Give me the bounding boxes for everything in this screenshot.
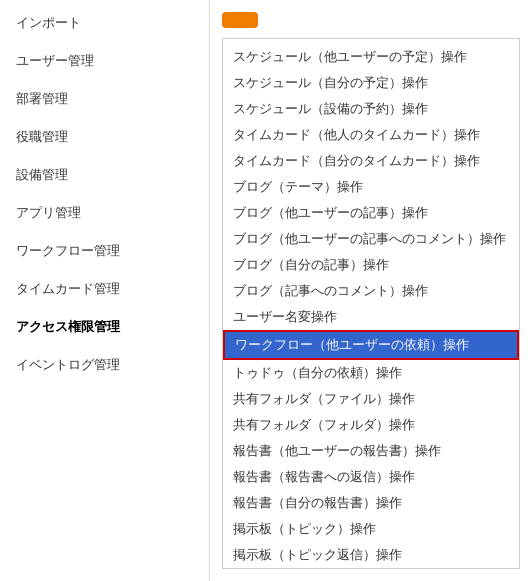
sidebar-item-user-management[interactable]: ユーザー管理 [0,42,209,80]
sidebar-item-role-management[interactable]: 役職管理 [0,118,209,156]
permission-item-bulletin-topic-reply[interactable]: 掲示板（トピック返信）操作 [223,542,519,568]
permission-item-blog-theme[interactable]: ブログ（テーマ）操作 [223,174,519,200]
sidebar-item-access-control[interactable]: アクセス権限管理 [0,308,209,346]
permission-item-report-self[interactable]: 報告書（自分の報告書）操作 [223,490,519,516]
permission-item-blog-comments[interactable]: ブログ（記事へのコメント）操作 [223,278,519,304]
permissions-list[interactable]: ✓ すべての操作ToDo（カテゴリ）操作ToDo（他ユーザーのToDo）操作To… [222,38,520,569]
permission-item-report-other-users[interactable]: 報告書（他ユーザーの報告書）操作 [223,438,519,464]
sidebar-item-department-management[interactable]: 部署管理 [0,80,209,118]
permission-item-shared-folder-folders[interactable]: 共有フォルダ（フォルダ）操作 [223,412,519,438]
permission-item-report-reply[interactable]: 報告書（報告書への返信）操作 [223,464,519,490]
permission-item-schedule-self[interactable]: スケジュール（自分の予定）操作 [223,70,519,96]
permission-item-workflow-other-requests[interactable]: ワークフロー（他ユーザーの依頼）操作 [225,332,517,358]
highlighted-permission-wrapper: ワークフロー（他ユーザーの依頼）操作→ [223,330,519,360]
permission-item-todo-self-requests[interactable]: トゥドゥ（自分の依頼）操作 [223,360,519,386]
add-role-button[interactable] [222,12,258,28]
sidebar: インポートユーザー管理部署管理役職管理設備管理アプリ管理ワークフロー管理タイムカ… [0,0,210,581]
sidebar-item-app-management[interactable]: アプリ管理 [0,194,209,232]
permission-item-blog-other-articles[interactable]: ブログ（他ユーザーの記事）操作 [223,200,519,226]
permission-item-timecard-self[interactable]: タイムカード（自分のタイムカード）操作 [223,148,519,174]
permission-item-bulletin-topic[interactable]: 掲示板（トピック）操作 [223,516,519,542]
sidebar-item-timecard-management[interactable]: タイムカード管理 [0,270,209,308]
permission-item-schedule-equipment[interactable]: スケジュール（設備の予約）操作 [223,96,519,122]
permission-item-schedule-other-users[interactable]: スケジュール（他ユーザーの予定）操作 [223,44,519,70]
sidebar-item-workflow-management[interactable]: ワークフロー管理 [0,232,209,270]
main-content: ✓ すべての操作ToDo（カテゴリ）操作ToDo（他ユーザーのToDo）操作To… [210,0,532,581]
sidebar-item-equipment-management[interactable]: 設備管理 [0,156,209,194]
sidebar-item-import[interactable]: インポート [0,4,209,42]
sidebar-item-event-log[interactable]: イベントログ管理 [0,346,209,384]
permission-item-shared-folder-files[interactable]: 共有フォルダ（ファイル）操作 [223,386,519,412]
permission-item-user-rename[interactable]: ユーザー名変操作 [223,304,519,330]
permission-item-blog-self-articles[interactable]: ブログ（自分の記事）操作 [223,252,519,278]
permission-item-blog-other-comments[interactable]: ブログ（他ユーザーの記事へのコメント）操作 [223,226,519,252]
permission-item-timecard-other[interactable]: タイムカード（他人のタイムカード）操作 [223,122,519,148]
